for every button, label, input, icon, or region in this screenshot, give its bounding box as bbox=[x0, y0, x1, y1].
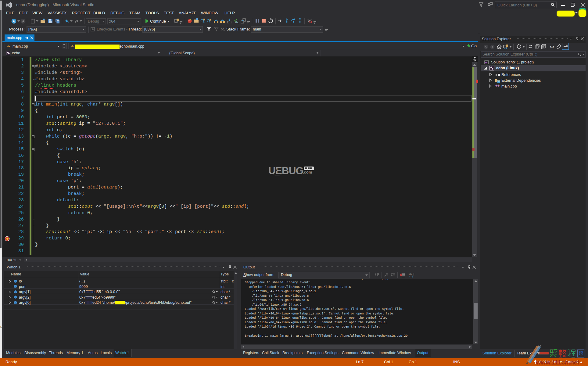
svg-text:ab: ab bbox=[409, 273, 412, 275]
svg-text:abc: abc bbox=[235, 21, 239, 23]
